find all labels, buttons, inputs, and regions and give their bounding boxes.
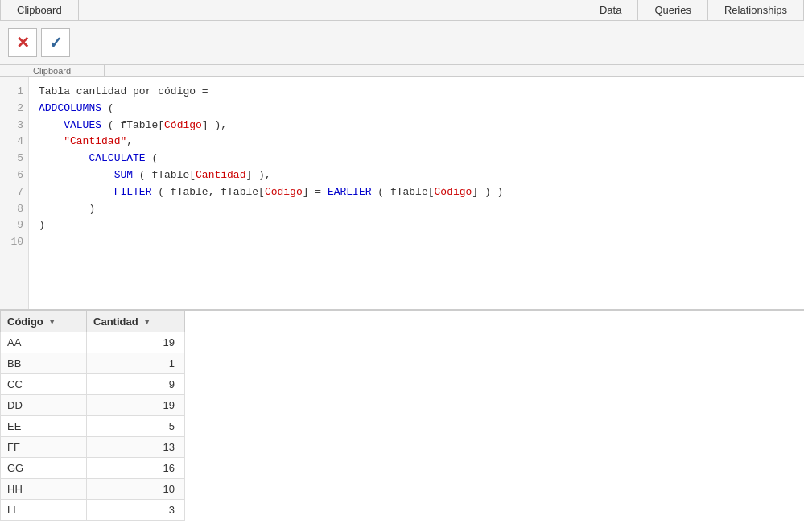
cell-codigo: CC bbox=[1, 374, 87, 395]
top-menu-bar: Clipboard Data Queries Relationships bbox=[0, 0, 804, 21]
cell-codigo: EE bbox=[1, 416, 87, 437]
cell-cantidad: 19 bbox=[87, 395, 185, 416]
code-line-1: Tabla cantidad por código = bbox=[39, 84, 794, 101]
code-line-9: ) bbox=[39, 217, 794, 234]
line-number-3: 3 bbox=[5, 118, 23, 134]
table-row[interactable]: GG16 bbox=[1, 458, 185, 479]
table-row[interactable]: BB1 bbox=[1, 353, 185, 374]
code-line-5: CALCULATE ( bbox=[39, 151, 794, 167]
menu-relationships[interactable]: Relationships bbox=[708, 0, 804, 20]
data-table-area: Código ▼ Cantidad ▼ AA19BB1CC9DD19EE5FF1… bbox=[0, 311, 804, 532]
table-row[interactable]: EE5 bbox=[1, 416, 185, 437]
line-number-2: 2 bbox=[5, 101, 23, 118]
cell-codigo: AA bbox=[1, 332, 87, 353]
col-label-cantidad: Cantidad bbox=[93, 315, 138, 328]
menu-queries[interactable]: Queries bbox=[638, 0, 708, 20]
line-number-1: 1 bbox=[5, 84, 23, 101]
cell-codigo: DD bbox=[1, 395, 87, 416]
col-dropdown-cantidad[interactable]: ▼ bbox=[143, 317, 151, 326]
main-content: 12345678910 Tabla cantidad por código =A… bbox=[0, 77, 804, 532]
code-line-4: "Cantidad", bbox=[39, 134, 794, 151]
data-table: Código ▼ Cantidad ▼ AA19BB1CC9DD19EE5FF1… bbox=[0, 311, 185, 521]
cell-codigo: GG bbox=[1, 458, 87, 479]
code-line-7: FILTER ( fTable, fTable[Código] = EARLIE… bbox=[39, 184, 794, 201]
cell-cantidad: 9 bbox=[87, 374, 185, 395]
menu-clipboard[interactable]: Clipboard bbox=[0, 0, 79, 20]
cell-codigo: HH bbox=[1, 479, 87, 500]
col-header-cantidad[interactable]: Cantidad ▼ bbox=[87, 311, 185, 332]
cell-codigo: FF bbox=[1, 437, 87, 458]
line-number-8: 8 bbox=[5, 201, 23, 218]
cell-cantidad: 16 bbox=[87, 458, 185, 479]
cell-cantidad: 10 bbox=[87, 479, 185, 500]
cancel-button[interactable]: ✕ bbox=[8, 28, 37, 57]
cell-cantidad: 19 bbox=[87, 332, 185, 353]
cell-cantidad: 13 bbox=[87, 437, 185, 458]
col-header-codigo[interactable]: Código ▼ bbox=[1, 311, 87, 332]
cell-cantidad: 5 bbox=[87, 416, 185, 437]
table-row[interactable]: CC9 bbox=[1, 374, 185, 395]
table-row[interactable]: LL3 bbox=[1, 500, 185, 521]
line-number-10: 10 bbox=[5, 234, 23, 251]
code-line-3: VALUES ( fTable[Código] ), bbox=[39, 118, 794, 134]
code-line-2: ADDCOLUMNS ( bbox=[39, 101, 794, 118]
table-row[interactable]: HH10 bbox=[1, 479, 185, 500]
line-number-9: 9 bbox=[5, 217, 23, 234]
col-label-codigo: Código bbox=[7, 315, 43, 328]
cell-codigo: LL bbox=[1, 500, 87, 521]
line-number-7: 7 bbox=[5, 184, 23, 201]
table-header-row: Código ▼ Cantidad ▼ bbox=[1, 311, 185, 332]
line-number-4: 4 bbox=[5, 134, 23, 151]
cell-codigo: BB bbox=[1, 353, 87, 374]
code-line-8: ) bbox=[39, 201, 794, 218]
col-dropdown-codigo[interactable]: ▼ bbox=[48, 317, 56, 326]
code-content[interactable]: Tabla cantidad por código =ADDCOLUMNS ( … bbox=[29, 77, 804, 309]
line-numbers: 12345678910 bbox=[0, 77, 29, 309]
code-editor[interactable]: 12345678910 Tabla cantidad por código =A… bbox=[0, 77, 804, 311]
menu-data[interactable]: Data bbox=[583, 0, 638, 20]
table-row[interactable]: DD19 bbox=[1, 395, 185, 416]
cell-cantidad: 3 bbox=[87, 500, 185, 521]
menu-spacer bbox=[79, 0, 583, 20]
cell-cantidad: 1 bbox=[87, 353, 185, 374]
line-number-5: 5 bbox=[5, 151, 23, 167]
confirm-button[interactable]: ✓ bbox=[41, 28, 70, 57]
line-number-6: 6 bbox=[5, 167, 23, 184]
clipboard-section-label: Clipboard bbox=[0, 65, 105, 76]
code-line-6: SUM ( fTable[Cantidad] ), bbox=[39, 167, 794, 184]
table-row[interactable]: FF13 bbox=[1, 437, 185, 458]
table-row[interactable]: AA19 bbox=[1, 332, 185, 353]
toolbar: ✕ ✓ Clipboard bbox=[0, 21, 804, 77]
